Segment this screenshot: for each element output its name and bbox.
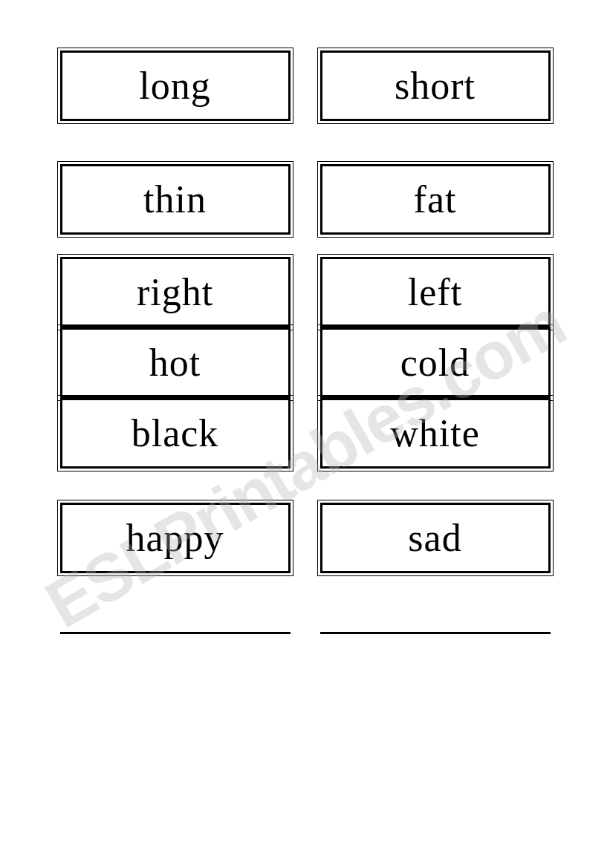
- word-row-3: right left: [0, 257, 610, 327]
- word-box-right: right: [60, 257, 291, 327]
- word-white: white: [390, 411, 480, 455]
- page: ESLPrintables.com long short thin fat ri: [0, 30, 610, 868]
- word-left: left: [408, 270, 462, 314]
- word-long: long: [139, 64, 210, 108]
- word-short: short: [395, 64, 476, 108]
- underline-row: [0, 625, 610, 634]
- underline-right: [320, 625, 551, 634]
- word-black: black: [132, 411, 219, 455]
- word-box-happy: happy: [60, 503, 291, 573]
- word-box-white: white: [320, 398, 551, 469]
- word-fat: fat: [414, 177, 457, 221]
- word-row-2: thin fat: [0, 164, 610, 235]
- word-box-short: short: [320, 50, 551, 121]
- word-box-black: black: [60, 398, 291, 469]
- word-row-6: happy sad: [0, 503, 610, 573]
- word-hot: hot: [149, 341, 201, 385]
- word-cold: cold: [400, 341, 470, 385]
- underline-left: [60, 625, 291, 634]
- word-row-5: black white: [0, 398, 610, 469]
- word-box-thin: thin: [60, 164, 291, 235]
- word-box-hot: hot: [60, 327, 291, 398]
- word-box-sad: sad: [320, 503, 551, 573]
- word-grid: long short thin fat right left: [0, 30, 610, 634]
- word-row-4: hot cold: [0, 327, 610, 398]
- word-sad: sad: [408, 516, 461, 560]
- word-thin: thin: [143, 177, 207, 221]
- word-happy: happy: [126, 516, 224, 560]
- word-box-fat: fat: [320, 164, 551, 235]
- word-box-left: left: [320, 257, 551, 327]
- word-box-cold: cold: [320, 327, 551, 398]
- word-right: right: [137, 270, 213, 314]
- word-box-long: long: [60, 50, 291, 121]
- word-row-1: long short: [0, 50, 610, 121]
